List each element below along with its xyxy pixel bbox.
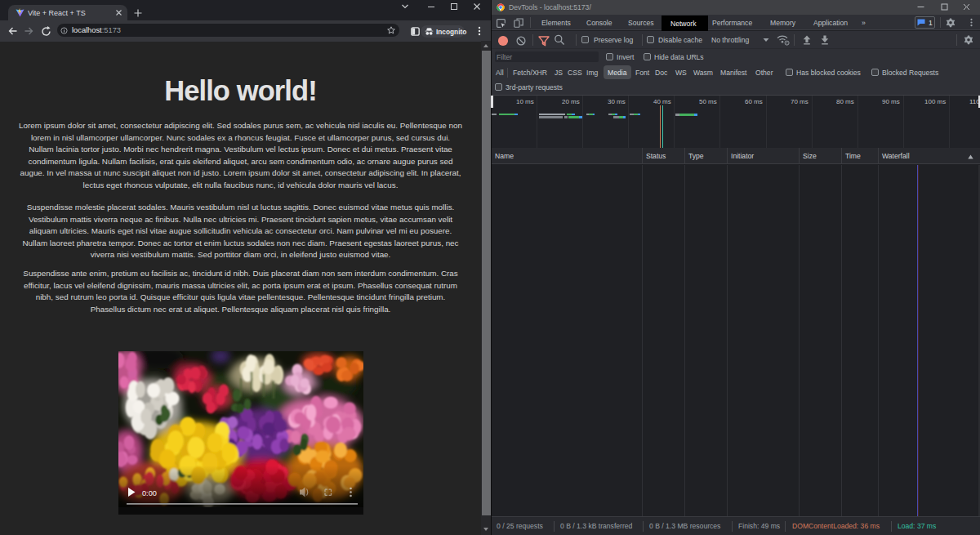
svg-text:0:00: 0:00: [142, 489, 157, 497]
